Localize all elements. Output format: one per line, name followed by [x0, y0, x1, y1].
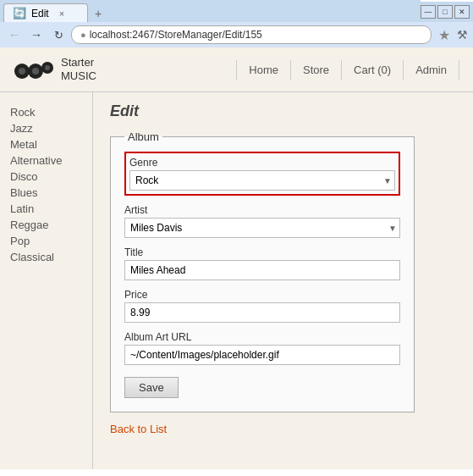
security-icon: ● — [80, 30, 86, 40]
music-logo-svg — [14, 54, 54, 85]
back-to-list-link[interactable]: Back to List — [110, 423, 456, 435]
url-bar[interactable]: ● localhost:2467/StoreManager/Edit/155 — [71, 25, 432, 44]
art-group: Album Art URL — [124, 331, 400, 365]
art-label: Album Art URL — [124, 331, 400, 343]
price-group: Price — [124, 289, 400, 323]
sidebar-item-alternative[interactable]: Alternative — [10, 154, 82, 167]
refresh-button[interactable]: ↻ — [49, 25, 68, 44]
artist-group: Artist Miles Davis ▼ — [124, 204, 400, 238]
browser-chrome: 🔄 Edit × + — □ ✕ ← → ↻ ● localhost:2467/… — [0, 0, 473, 47]
sidebar-item-blues[interactable]: Blues — [10, 186, 82, 199]
minimize-button[interactable]: — — [421, 5, 436, 19]
url-text: localhost:2467/StoreManager/Edit/155 — [90, 29, 262, 41]
settings-wrench-icon[interactable]: ⚒ — [457, 28, 468, 42]
address-bar: ← → ↻ ● localhost:2467/StoreManager/Edit… — [0, 22, 473, 47]
tab-title: Edit — [31, 8, 49, 19]
main-content: Rock Jazz Metal Alternative Disco Blues … — [0, 92, 473, 469]
site-header: Starter MUSIC Home Store Cart (0) Admin — [0, 47, 473, 92]
forward-nav-button[interactable]: → — [27, 25, 46, 44]
price-input[interactable] — [124, 302, 400, 323]
genre-select-wrapper: Rock Jazz Metal Alternative Disco Blues … — [129, 170, 395, 191]
sidebar-item-latin[interactable]: Latin — [10, 202, 82, 215]
active-tab[interactable]: 🔄 Edit × — [3, 3, 88, 22]
genre-label: Genre — [129, 157, 395, 169]
sidebar-item-classical[interactable]: Classical — [10, 251, 82, 263]
brand-text: Starter MUSIC — [61, 56, 96, 82]
page-title: Edit — [110, 102, 456, 120]
album-legend: Album — [124, 130, 162, 143]
nav-home[interactable]: Home — [236, 60, 290, 80]
site-nav: Home Store Cart (0) Admin — [236, 60, 459, 80]
genre-select[interactable]: Rock Jazz Metal Alternative Disco Blues … — [129, 170, 395, 191]
nav-admin[interactable]: Admin — [403, 60, 459, 80]
bookmark-star-icon[interactable]: ★ — [435, 27, 454, 43]
genre-group: Genre Rock Jazz Metal Alternative Disco … — [124, 152, 400, 196]
title-label: Title — [124, 246, 400, 258]
svg-point-5 — [45, 65, 50, 70]
artist-select[interactable]: Miles Davis — [124, 218, 400, 238]
save-button[interactable]: Save — [124, 377, 179, 398]
brand-line1: Starter — [61, 56, 96, 69]
sidebar-item-disco[interactable]: Disco — [10, 170, 82, 183]
tab-close-btn[interactable]: × — [59, 8, 64, 19]
tab-bar: 🔄 Edit × + — □ ✕ — [0, 0, 473, 22]
site-brand: Starter MUSIC — [14, 54, 96, 85]
svg-point-1 — [19, 68, 25, 75]
sidebar-item-reggae[interactable]: Reggae — [10, 219, 82, 231]
artist-label: Artist — [124, 204, 400, 216]
logo-icon — [14, 54, 54, 85]
sidebar-item-jazz[interactable]: Jazz — [10, 122, 82, 135]
maximize-button[interactable]: □ — [437, 5, 453, 19]
title-group: Title — [124, 246, 400, 280]
sidebar-item-metal[interactable]: Metal — [10, 138, 82, 151]
nav-store[interactable]: Store — [290, 60, 341, 80]
page-wrapper: Starter MUSIC Home Store Cart (0) Admin … — [0, 47, 473, 469]
close-button[interactable]: ✕ — [454, 5, 470, 19]
new-tab-button[interactable]: + — [91, 7, 105, 20]
title-input[interactable] — [124, 260, 400, 280]
sidebar-item-rock[interactable]: Rock — [10, 106, 82, 119]
price-label: Price — [124, 289, 400, 301]
album-fieldset: Album Genre Rock Jazz Metal Alternative … — [110, 130, 415, 412]
brand-line2: MUSIC — [61, 69, 96, 83]
back-nav-button[interactable]: ← — [5, 25, 24, 44]
svg-point-3 — [32, 68, 39, 75]
sidebar-item-pop[interactable]: Pop — [10, 235, 82, 247]
sidebar: Rock Jazz Metal Alternative Disco Blues … — [0, 92, 93, 469]
nav-cart[interactable]: Cart (0) — [341, 60, 403, 80]
content-area: Edit Album Genre Rock Jazz Metal Alterna… — [93, 92, 473, 469]
artist-select-wrapper: Miles Davis ▼ — [124, 218, 400, 238]
brand-name: Starter MUSIC — [61, 56, 96, 82]
tab-favicon: 🔄 — [13, 7, 26, 19]
window-controls: — □ ✕ — [421, 2, 473, 22]
art-input[interactable] — [124, 345, 400, 365]
